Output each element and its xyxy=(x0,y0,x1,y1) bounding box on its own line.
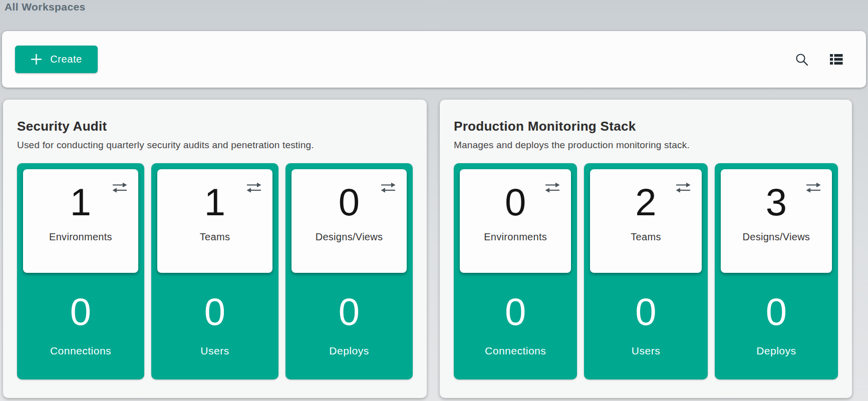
stat-bottom: 0 Connections xyxy=(23,273,138,379)
toolbar-icons xyxy=(792,50,853,69)
stat-bottom-value: 0 xyxy=(204,293,225,331)
stat-top-label: Teams xyxy=(200,231,230,243)
stat-tile: 0 Environments 0 Connections xyxy=(454,163,577,379)
stat-top-value: 3 xyxy=(766,183,787,221)
stat-top-label: Environments xyxy=(49,231,112,243)
stat-tile: 0 Designs/Views 0 Deploys xyxy=(285,163,413,379)
create-button-label: Create xyxy=(50,54,82,65)
swap-icon[interactable] xyxy=(805,181,822,196)
workspace-stats: 0 Environments 0 Connections 2 Teams 0 U… xyxy=(454,163,838,379)
stat-bottom: 0 Deploys xyxy=(292,273,407,379)
stat-card[interactable]: 0 Designs/Views xyxy=(292,169,407,273)
stat-top-label: Designs/Views xyxy=(742,231,810,243)
stat-bottom-label: Connections xyxy=(485,345,546,357)
stat-card[interactable]: 3 Designs/Views xyxy=(721,169,832,273)
stat-bottom-value: 0 xyxy=(766,293,787,331)
stat-bottom-label: Users xyxy=(200,345,229,357)
workspace-title: Security Audit xyxy=(17,119,413,134)
stat-top-value: 2 xyxy=(635,183,656,221)
stat-top-value: 0 xyxy=(339,183,360,221)
workspace-stats: 1 Environments 0 Connections 1 Teams 0 U… xyxy=(17,163,413,379)
view-list-icon[interactable] xyxy=(826,51,846,68)
stat-bottom: 0 Users xyxy=(157,273,272,379)
stat-card[interactable]: 1 Environments xyxy=(23,169,138,273)
page-title: All Workspaces xyxy=(5,1,86,13)
swap-icon[interactable] xyxy=(380,181,397,196)
stat-top-value: 1 xyxy=(204,183,225,221)
workspace-description: Manages and deploys the production monit… xyxy=(454,140,838,151)
swap-icon[interactable] xyxy=(544,181,561,196)
stat-bottom-value: 0 xyxy=(70,293,91,331)
workspaces-row: Security Audit Used for conducting quart… xyxy=(3,100,852,398)
search-icon[interactable] xyxy=(792,50,811,69)
stat-top-value: 0 xyxy=(505,183,526,221)
stat-top-label: Teams xyxy=(631,231,661,243)
stat-tile: 2 Teams 0 Users xyxy=(584,163,707,379)
stat-card[interactable]: 2 Teams xyxy=(590,169,701,273)
stat-bottom: 0 Users xyxy=(590,273,701,379)
workspace-title: Production Monitoring Stack xyxy=(454,119,838,134)
stat-top-label: Designs/Views xyxy=(316,231,383,243)
swap-icon[interactable] xyxy=(245,181,262,196)
stat-bottom-label: Connections xyxy=(50,345,111,357)
stat-bottom-value: 0 xyxy=(339,293,360,331)
stat-card[interactable]: 1 Teams xyxy=(157,169,272,273)
create-button[interactable]: Create xyxy=(15,46,98,73)
stat-bottom: 0 Connections xyxy=(460,273,571,379)
stat-bottom-value: 0 xyxy=(635,293,656,331)
stat-top-value: 1 xyxy=(70,183,91,221)
stat-card[interactable]: 0 Environments xyxy=(460,169,571,273)
swap-icon[interactable] xyxy=(675,181,692,196)
stat-bottom-label: Deploys xyxy=(756,345,796,357)
stat-tile: 1 Environments 0 Connections xyxy=(17,163,144,379)
swap-icon[interactable] xyxy=(111,181,128,196)
toolbar: Create xyxy=(2,31,866,88)
workspace-card[interactable]: Production Monitoring Stack Manages and … xyxy=(440,100,852,398)
workspace-description: Used for conducting quarterly security a… xyxy=(17,140,413,151)
stat-bottom-label: Deploys xyxy=(329,345,369,357)
stat-bottom-label: Users xyxy=(632,345,660,357)
stat-bottom-value: 0 xyxy=(505,293,526,331)
stat-top-label: Environments xyxy=(484,231,547,243)
stat-bottom: 0 Deploys xyxy=(721,273,832,379)
stat-tile: 1 Teams 0 Users xyxy=(151,163,278,379)
plus-icon xyxy=(31,54,42,65)
stat-tile: 3 Designs/Views 0 Deploys xyxy=(715,163,838,379)
workspace-card[interactable]: Security Audit Used for conducting quart… xyxy=(3,100,427,398)
